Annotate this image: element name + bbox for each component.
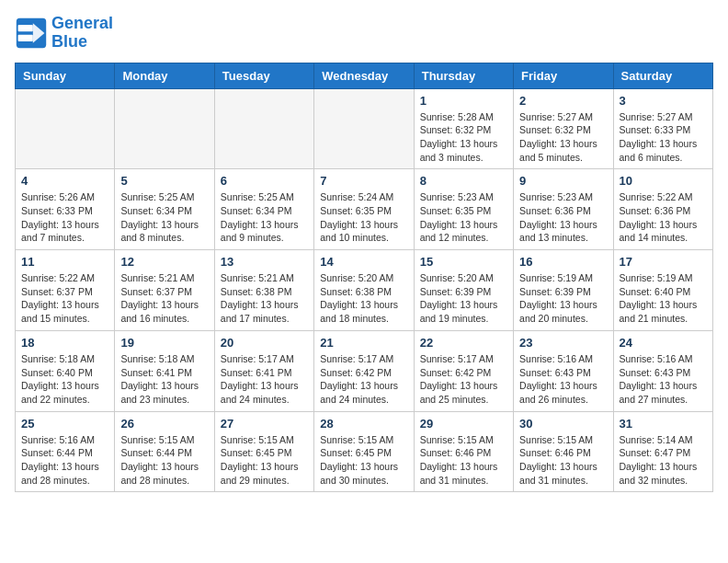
day-number: 5 [120, 174, 208, 188]
day-info: Sunrise: 5:15 AM Sunset: 6:45 PM Dayligh… [221, 433, 308, 488]
day-number: 27 [221, 417, 308, 431]
day-info: Sunrise: 5:25 AM Sunset: 6:34 PM Dayligh… [120, 190, 208, 245]
day-number: 8 [420, 174, 507, 188]
day-number: 18 [21, 336, 108, 350]
calendar-cell: 29Sunrise: 5:15 AM Sunset: 6:46 PM Dayli… [414, 411, 513, 492]
logo: General Blue [15, 15, 113, 52]
calendar-cell: 24Sunrise: 5:16 AM Sunset: 6:43 PM Dayli… [613, 330, 712, 411]
calendar-cell: 6Sunrise: 5:25 AM Sunset: 6:34 PM Daylig… [214, 169, 313, 250]
day-info: Sunrise: 5:26 AM Sunset: 6:33 PM Dayligh… [21, 190, 108, 245]
day-info: Sunrise: 5:17 AM Sunset: 6:42 PM Dayligh… [320, 352, 407, 407]
day-info: Sunrise: 5:23 AM Sunset: 6:36 PM Dayligh… [519, 190, 607, 245]
calendar-cell: 12Sunrise: 5:21 AM Sunset: 6:37 PM Dayli… [115, 250, 214, 331]
svg-rect-2 [18, 25, 33, 31]
week-row-3: 11Sunrise: 5:22 AM Sunset: 6:37 PM Dayli… [16, 250, 713, 331]
day-info: Sunrise: 5:15 AM Sunset: 6:46 PM Dayligh… [420, 433, 507, 488]
column-header-tuesday: Tuesday [214, 63, 313, 88]
day-info: Sunrise: 5:20 AM Sunset: 6:39 PM Dayligh… [420, 271, 507, 326]
calendar-cell: 4Sunrise: 5:26 AM Sunset: 6:33 PM Daylig… [16, 169, 115, 250]
day-number: 3 [620, 94, 707, 108]
day-number: 7 [320, 174, 407, 188]
column-header-saturday: Saturday [613, 63, 712, 88]
day-info: Sunrise: 5:15 AM Sunset: 6:45 PM Dayligh… [320, 433, 407, 488]
calendar-cell: 8Sunrise: 5:23 AM Sunset: 6:35 PM Daylig… [414, 169, 513, 250]
calendar-cell: 27Sunrise: 5:15 AM Sunset: 6:45 PM Dayli… [214, 411, 313, 492]
calendar-cell [214, 88, 313, 169]
day-info: Sunrise: 5:17 AM Sunset: 6:42 PM Dayligh… [420, 352, 507, 407]
logo-text: General Blue [51, 15, 113, 52]
calendar-cell: 23Sunrise: 5:16 AM Sunset: 6:43 PM Dayli… [514, 330, 613, 411]
day-info: Sunrise: 5:14 AM Sunset: 6:47 PM Dayligh… [620, 433, 707, 488]
day-info: Sunrise: 5:19 AM Sunset: 6:40 PM Dayligh… [620, 271, 707, 326]
day-number: 23 [519, 336, 607, 350]
calendar-cell: 21Sunrise: 5:17 AM Sunset: 6:42 PM Dayli… [314, 330, 414, 411]
day-number: 9 [519, 174, 607, 188]
day-number: 6 [221, 174, 308, 188]
day-number: 26 [120, 417, 208, 431]
calendar-cell: 11Sunrise: 5:22 AM Sunset: 6:37 PM Dayli… [16, 250, 115, 331]
calendar-cell: 20Sunrise: 5:17 AM Sunset: 6:41 PM Dayli… [214, 330, 313, 411]
day-info: Sunrise: 5:27 AM Sunset: 6:32 PM Dayligh… [519, 110, 607, 165]
day-number: 12 [120, 255, 208, 269]
calendar-table: SundayMondayTuesdayWednesdayThursdayFrid… [15, 63, 713, 493]
day-number: 4 [21, 174, 108, 188]
day-info: Sunrise: 5:18 AM Sunset: 6:41 PM Dayligh… [120, 352, 208, 407]
day-number: 16 [519, 255, 607, 269]
day-number: 20 [221, 336, 308, 350]
page-header: General Blue [15, 15, 713, 52]
calendar-cell: 30Sunrise: 5:15 AM Sunset: 6:46 PM Dayli… [514, 411, 613, 492]
column-header-sunday: Sunday [16, 63, 115, 88]
calendar-cell: 25Sunrise: 5:16 AM Sunset: 6:44 PM Dayli… [16, 411, 115, 492]
calendar-cell [16, 88, 115, 169]
calendar-cell: 15Sunrise: 5:20 AM Sunset: 6:39 PM Dayli… [414, 250, 513, 331]
column-header-wednesday: Wednesday [314, 63, 414, 88]
calendar-cell: 9Sunrise: 5:23 AM Sunset: 6:36 PM Daylig… [514, 169, 613, 250]
day-number: 25 [21, 417, 108, 431]
day-number: 2 [519, 94, 607, 108]
day-info: Sunrise: 5:21 AM Sunset: 6:38 PM Dayligh… [221, 271, 308, 326]
day-info: Sunrise: 5:16 AM Sunset: 6:44 PM Dayligh… [21, 433, 108, 488]
calendar-cell: 1Sunrise: 5:28 AM Sunset: 6:32 PM Daylig… [414, 88, 513, 169]
day-info: Sunrise: 5:22 AM Sunset: 6:37 PM Dayligh… [21, 271, 108, 326]
day-info: Sunrise: 5:27 AM Sunset: 6:33 PM Dayligh… [620, 110, 707, 165]
calendar-cell: 31Sunrise: 5:14 AM Sunset: 6:47 PM Dayli… [613, 411, 712, 492]
day-info: Sunrise: 5:23 AM Sunset: 6:35 PM Dayligh… [420, 190, 507, 245]
column-header-thursday: Thursday [414, 63, 513, 88]
week-row-1: 1Sunrise: 5:28 AM Sunset: 6:32 PM Daylig… [16, 88, 713, 169]
calendar-cell: 17Sunrise: 5:19 AM Sunset: 6:40 PM Dayli… [613, 250, 712, 331]
calendar-header-row: SundayMondayTuesdayWednesdayThursdayFrid… [16, 63, 713, 88]
calendar-cell: 2Sunrise: 5:27 AM Sunset: 6:32 PM Daylig… [514, 88, 613, 169]
calendar-cell: 5Sunrise: 5:25 AM Sunset: 6:34 PM Daylig… [115, 169, 214, 250]
day-number: 31 [620, 417, 707, 431]
day-info: Sunrise: 5:24 AM Sunset: 6:35 PM Dayligh… [320, 190, 407, 245]
day-info: Sunrise: 5:19 AM Sunset: 6:39 PM Dayligh… [519, 271, 607, 326]
day-number: 21 [320, 336, 407, 350]
day-info: Sunrise: 5:16 AM Sunset: 6:43 PM Dayligh… [519, 352, 607, 407]
day-number: 22 [420, 336, 507, 350]
day-number: 1 [420, 94, 507, 108]
calendar-cell: 3Sunrise: 5:27 AM Sunset: 6:33 PM Daylig… [613, 88, 712, 169]
calendar-cell: 13Sunrise: 5:21 AM Sunset: 6:38 PM Dayli… [214, 250, 313, 331]
day-info: Sunrise: 5:22 AM Sunset: 6:36 PM Dayligh… [620, 190, 707, 245]
day-info: Sunrise: 5:25 AM Sunset: 6:34 PM Dayligh… [221, 190, 308, 245]
calendar-cell [314, 88, 414, 169]
calendar-cell: 16Sunrise: 5:19 AM Sunset: 6:39 PM Dayli… [514, 250, 613, 331]
column-header-friday: Friday [514, 63, 613, 88]
day-info: Sunrise: 5:15 AM Sunset: 6:44 PM Dayligh… [120, 433, 208, 488]
day-info: Sunrise: 5:15 AM Sunset: 6:46 PM Dayligh… [519, 433, 607, 488]
day-info: Sunrise: 5:18 AM Sunset: 6:40 PM Dayligh… [21, 352, 108, 407]
calendar-cell: 7Sunrise: 5:24 AM Sunset: 6:35 PM Daylig… [314, 169, 414, 250]
day-info: Sunrise: 5:20 AM Sunset: 6:38 PM Dayligh… [320, 271, 407, 326]
day-info: Sunrise: 5:16 AM Sunset: 6:43 PM Dayligh… [620, 352, 707, 407]
day-number: 24 [620, 336, 707, 350]
day-info: Sunrise: 5:17 AM Sunset: 6:41 PM Dayligh… [221, 352, 308, 407]
week-row-2: 4Sunrise: 5:26 AM Sunset: 6:33 PM Daylig… [16, 169, 713, 250]
day-number: 19 [120, 336, 208, 350]
day-number: 17 [620, 255, 707, 269]
calendar-cell: 14Sunrise: 5:20 AM Sunset: 6:38 PM Dayli… [314, 250, 414, 331]
column-header-monday: Monday [115, 63, 214, 88]
day-info: Sunrise: 5:21 AM Sunset: 6:37 PM Dayligh… [120, 271, 208, 326]
day-number: 14 [320, 255, 407, 269]
day-info: Sunrise: 5:28 AM Sunset: 6:32 PM Dayligh… [420, 110, 507, 165]
calendar-cell: 26Sunrise: 5:15 AM Sunset: 6:44 PM Dayli… [115, 411, 214, 492]
